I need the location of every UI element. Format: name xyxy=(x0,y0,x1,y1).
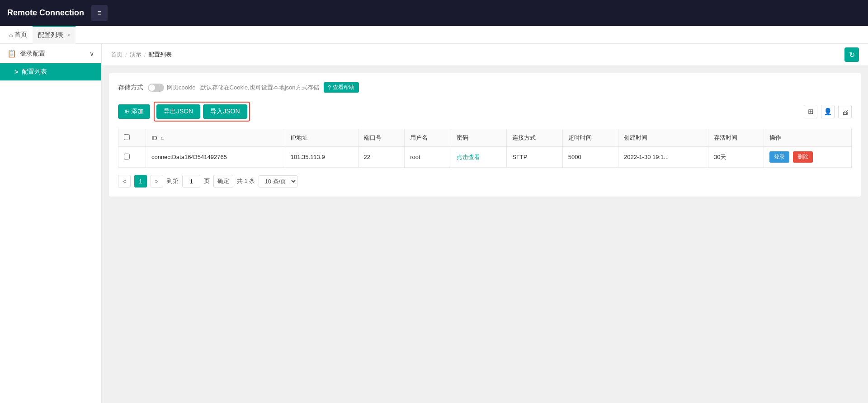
breadcrumb-sep-2: / xyxy=(144,52,146,58)
breadcrumb-bar: 首页 / 演示 / 配置列表 ↻ xyxy=(102,44,868,66)
sidebar-group-header[interactable]: 📋 登录配置 ∨ xyxy=(0,44,101,63)
row-password[interactable]: 点击查看 xyxy=(451,147,506,168)
toolbar-left: ⊕ 添加 导出JSON 导入JSON xyxy=(118,102,250,122)
content-box: 存储方式 网页cookie 默认存储在Cookie,也可设置本地json方式存储… xyxy=(109,73,861,197)
table-header-row: ID ⇅ IP地址 端口号 用户名 密码 连接方式 超时时间 创建时间 存活时间… xyxy=(118,129,852,147)
col-created: 创建时间 xyxy=(618,129,708,147)
app-header: Remote Connection ≡ xyxy=(0,0,868,26)
help-button[interactable]: ? 查看帮助 xyxy=(324,82,359,93)
sidebar-group-left: 📋 登录配置 xyxy=(7,49,45,58)
col-ip: IP地址 xyxy=(285,129,358,147)
sidebar: 📋 登录配置 ∨ 配置列表 xyxy=(0,44,102,403)
storage-description: 默认存储在Cookie,也可设置本地json方式存储 xyxy=(200,84,319,92)
highlight-box: 导出JSON 导入JSON xyxy=(154,102,250,122)
toggle-container: 网页cookie xyxy=(148,84,196,92)
row-port: 22 xyxy=(358,147,405,168)
breadcrumb-demo[interactable]: 演示 xyxy=(130,51,142,59)
sort-arrows-id: ⇅ xyxy=(160,136,164,141)
breadcrumb: 首页 / 演示 / 配置列表 xyxy=(111,51,172,59)
home-tab-label: 首页 xyxy=(14,31,27,39)
col-alive: 存活时间 xyxy=(708,129,764,147)
col-id[interactable]: ID ⇅ xyxy=(146,129,285,147)
col-timeout: 超时时间 xyxy=(562,129,618,147)
tab-home[interactable]: ⌂ 首页 xyxy=(4,26,33,44)
home-tab-icon: ⌂ xyxy=(9,31,13,38)
add-button-label: ⊕ 添加 xyxy=(124,108,144,116)
row-alive: 30天 xyxy=(708,147,764,168)
add-button[interactable]: ⊕ 添加 xyxy=(118,104,150,119)
sidebar-chevron-icon: ∨ xyxy=(90,50,94,57)
table-body: connectData1643541492765 101.35.113.9 22… xyxy=(118,147,852,168)
col-connection: 连接方式 xyxy=(507,129,562,147)
login-button[interactable]: 登录 xyxy=(769,151,789,163)
storage-row: 存储方式 网页cookie 默认存储在Cookie,也可设置本地json方式存储… xyxy=(118,82,852,93)
per-page-select[interactable]: 10 条/页 20 条/页 50 条/页 xyxy=(259,175,297,187)
row-username: root xyxy=(405,147,451,168)
page-1-button[interactable]: 1 xyxy=(134,175,147,187)
breadcrumb-sep-1: / xyxy=(125,52,127,58)
row-checkbox-cell xyxy=(118,147,146,168)
print-icon: 🖨 xyxy=(842,108,849,116)
toolbar: ⊕ 添加 导出JSON 导入JSON ⊞ xyxy=(118,102,852,122)
row-actions: 登录 删除 xyxy=(764,147,852,168)
data-table: ID ⇅ IP地址 端口号 用户名 密码 连接方式 超时时间 创建时间 存活时间… xyxy=(118,129,852,168)
toolbar-right: ⊞ 👤 🖨 xyxy=(804,105,852,118)
sidebar-group-login: 📋 登录配置 ∨ 配置列表 xyxy=(0,44,101,81)
breadcrumb-current: 配置列表 xyxy=(148,51,172,59)
col-checkbox xyxy=(118,129,146,147)
export-label: 导出JSON xyxy=(164,108,193,115)
sidebar-item-label: 配置列表 xyxy=(22,68,47,76)
page-unit: 页 xyxy=(204,177,210,185)
delete-button[interactable]: 删除 xyxy=(793,151,813,163)
col-username: 用户名 xyxy=(405,129,451,147)
print-button[interactable]: 🖨 xyxy=(838,105,852,118)
col-port: 端口号 xyxy=(358,129,405,147)
storage-toggle[interactable] xyxy=(148,84,164,92)
table-row: connectData1643541492765 101.35.113.9 22… xyxy=(118,147,852,168)
tab-config-list[interactable]: 配置列表 × xyxy=(33,26,75,44)
page-goto-input[interactable] xyxy=(182,175,200,187)
col-password: 密码 xyxy=(451,129,506,147)
tab-close-icon[interactable]: × xyxy=(67,32,70,38)
tabs-bar: ⌂ 首页 配置列表 × xyxy=(0,26,868,44)
grid-view-button[interactable]: ⊞ xyxy=(804,105,817,118)
help-icon: ? xyxy=(328,84,331,91)
goto-label: 到第 xyxy=(167,177,179,185)
prev-page-button[interactable]: < xyxy=(118,175,131,187)
storage-label: 存储方式 xyxy=(118,84,143,92)
menu-toggle-button[interactable]: ≡ xyxy=(91,5,108,21)
row-timeout: 5000 xyxy=(562,147,618,168)
pagination: < 1 > 到第 页 确定 共 1 条 10 条/页 20 条/页 50 条/页 xyxy=(118,175,852,187)
app-title: Remote Connection xyxy=(7,8,84,18)
grid-icon: ⊞ xyxy=(808,108,814,116)
sidebar-group-label: 登录配置 xyxy=(20,50,45,58)
row-checkbox[interactable] xyxy=(124,154,130,159)
table-head: ID ⇅ IP地址 端口号 用户名 密码 连接方式 超时时间 创建时间 存活时间… xyxy=(118,129,852,147)
row-created: 2022-1-30 19:1... xyxy=(618,147,708,168)
user-icon: 👤 xyxy=(824,108,832,116)
sidebar-group-icon: 📋 xyxy=(7,49,16,58)
row-ip: 101.35.113.9 xyxy=(285,147,358,168)
export-json-button[interactable]: 导出JSON xyxy=(156,104,200,119)
row-id: connectData1643541492765 xyxy=(146,147,285,168)
help-label: 查看帮助 xyxy=(333,84,354,91)
password-link[interactable]: 点击查看 xyxy=(457,154,480,160)
import-json-button[interactable]: 导入JSON xyxy=(203,104,247,119)
refresh-button[interactable]: ↻ xyxy=(844,47,859,62)
page-confirm-button[interactable]: 确定 xyxy=(213,175,233,187)
col-action: 操作 xyxy=(764,129,852,147)
user-icon-button[interactable]: 👤 xyxy=(821,105,835,118)
table-scroll: ID ⇅ IP地址 端口号 用户名 密码 连接方式 超时时间 创建时间 存活时间… xyxy=(118,129,852,168)
breadcrumb-home[interactable]: 首页 xyxy=(111,51,123,59)
sidebar-item-config-list[interactable]: 配置列表 xyxy=(0,63,101,80)
config-tab-label: 配置列表 xyxy=(38,31,63,39)
main-layout: 📋 登录配置 ∨ 配置列表 首页 / 演示 / 配置列表 ↻ xyxy=(0,44,868,403)
select-all-checkbox[interactable] xyxy=(124,134,130,140)
total-count: 共 1 条 xyxy=(237,177,255,185)
import-label: 导入JSON xyxy=(210,108,240,115)
main-content: 首页 / 演示 / 配置列表 ↻ 存储方式 网页cookie 默认存储在Cook… xyxy=(102,44,868,403)
row-connection: SFTP xyxy=(507,147,562,168)
menu-icon: ≡ xyxy=(97,9,101,17)
next-page-button[interactable]: > xyxy=(151,175,163,187)
toggle-label: 网页cookie xyxy=(167,84,196,92)
